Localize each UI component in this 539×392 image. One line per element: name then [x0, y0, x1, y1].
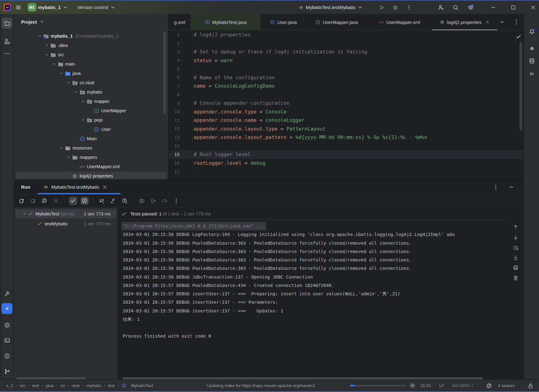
- snapshot-button[interactable]: [138, 197, 146, 205]
- code-editor[interactable]: 1# log4j2.properties23# Set to debug or …: [168, 30, 524, 176]
- chevron-down-icon[interactable]: [44, 52, 50, 58]
- show-ignored-button[interactable]: [81, 197, 89, 205]
- status-message[interactable]: Updating index for https://repo.maven.ap…: [207, 383, 315, 388]
- project-tree-item-src[interactable]: src: [14, 50, 168, 59]
- editor-tab-usermapper-java[interactable]: IUserMapper.java: [306, 14, 367, 30]
- inspections-ok-icon[interactable]: [515, 34, 522, 41]
- project-tree-item-main[interactable]: main: [14, 59, 168, 69]
- tool-more-button[interactable]: [2, 48, 12, 59]
- tool-structure-button[interactable]: [2, 36, 12, 47]
- line-ending-indicator[interactable]: LF: [439, 383, 444, 388]
- project-tree-item-log4j2-properties[interactable]: log4j2.properties: [14, 171, 168, 179]
- breadcrumb-item[interactable]: s_1: [6, 383, 13, 388]
- stop-button[interactable]: [52, 197, 60, 205]
- breadcrumb-item[interactable]: test: [108, 383, 115, 388]
- project-tree-item-mybatis-1[interactable]: mybatis_1D:\mybatis\mybatis_1: [14, 31, 168, 41]
- chevron-down-icon[interactable]: [73, 89, 79, 95]
- collapse-all-button[interactable]: [109, 197, 117, 205]
- editor-tab-mybatistest-java[interactable]: CMybatisTest.java: [191, 14, 260, 30]
- sort-tests-button[interactable]: [98, 197, 106, 205]
- chevron-down-icon[interactable]: [65, 80, 72, 86]
- breadcrumb-item[interactable]: MybatisTest: [131, 383, 153, 388]
- breadcrumb-item[interactable]: java: [46, 383, 54, 388]
- cancel-indexing-icon[interactable]: [409, 382, 416, 389]
- project-tree-item-java[interactable]: java: [14, 69, 168, 78]
- file-lock-icon[interactable]: [527, 383, 534, 389]
- add-user-icon[interactable]: [438, 4, 444, 11]
- project-tree-item-mybatis[interactable]: mybatis: [14, 87, 168, 97]
- profiler-button[interactable]: [161, 197, 169, 205]
- editor-tab-log4j2-properties[interactable]: log4j2.properties: [432, 14, 497, 30]
- tool-problems-button[interactable]: [2, 350, 12, 361]
- soft-wrap-icon[interactable]: [513, 245, 519, 251]
- maven-icon[interactable]: m: [526, 68, 537, 79]
- export-test-results-button[interactable]: [149, 197, 157, 205]
- close-icon[interactable]: [102, 184, 108, 190]
- editor-tab-user-java[interactable]: CUser.java: [260, 14, 306, 30]
- toolbar-more-icon[interactable]: [172, 197, 180, 205]
- database-icon[interactable]: [526, 55, 537, 66]
- maximize-button[interactable]: [510, 4, 516, 11]
- breadcrumb-item[interactable]: test: [32, 383, 39, 388]
- hide-panel-icon[interactable]: [508, 184, 514, 190]
- more-actions-icon[interactable]: [406, 4, 412, 11]
- clear-all-icon[interactable]: [513, 275, 519, 281]
- run-configuration-widget[interactable]: MybatisTest.testMybatis: [298, 1, 363, 14]
- prev-occurrence-icon[interactable]: [513, 224, 519, 230]
- breadcrumb-item[interactable]: mybatis: [87, 383, 101, 388]
- scroll-to-end-icon[interactable]: [513, 255, 519, 261]
- chevron-right-icon[interactable]: [44, 42, 50, 48]
- close-icon[interactable]: [485, 20, 490, 25]
- breadcrumb[interactable]: s_1›src›test›java›cn›niutr›mybatis›test›…: [0, 383, 153, 388]
- notifications-bell-icon[interactable]: [526, 26, 537, 37]
- project-tree-item-cn-niutr[interactable]: cn.niutr: [14, 78, 168, 87]
- tool-build-button[interactable]: [2, 288, 12, 299]
- rerun-button[interactable]: [17, 197, 25, 205]
- search-icon[interactable]: [453, 4, 459, 11]
- chevron-down-icon[interactable]: [65, 154, 72, 160]
- project-tree-item-main[interactable]: CMain: [14, 134, 168, 143]
- project-tree-item-mapper[interactable]: mapper: [14, 97, 168, 106]
- project-tree-item--idea[interactable]: .idea: [14, 41, 168, 50]
- settings-gear-icon[interactable]: [468, 4, 474, 11]
- chevron-down-icon[interactable]: [80, 117, 86, 123]
- project-tree-item-mappers[interactable]: mappers: [14, 153, 168, 162]
- breadcrumb-item[interactable]: cn: [60, 383, 65, 388]
- project-tree-item-pojo[interactable]: pojo: [14, 115, 168, 125]
- chevron-down-icon[interactable]: [58, 145, 65, 151]
- debug-button[interactable]: [392, 4, 398, 11]
- console-output[interactable]: "C:\Program Files\Java\jdk1.8.0_171\bin\…: [118, 222, 508, 341]
- tool-git-button[interactable]: [2, 366, 12, 377]
- project-tree-item-usermapper-xml[interactable]: </>UserMapper.xml: [14, 162, 168, 171]
- project-tree-item-resources[interactable]: resources: [14, 143, 168, 153]
- print-icon[interactable]: [513, 265, 519, 271]
- chevron-down-icon[interactable]: [80, 98, 86, 104]
- project-panel-header[interactable]: Project: [14, 14, 168, 30]
- project-tree-item-user[interactable]: CUser: [14, 125, 168, 134]
- vcs-widget[interactable]: Version control: [77, 4, 116, 11]
- highlighting-level-icon[interactable]: [486, 383, 492, 389]
- hamburger-menu-icon[interactable]: [15, 4, 21, 11]
- tool-run-button[interactable]: [2, 303, 12, 314]
- project-tree-scrollbar[interactable]: [163, 31, 166, 114]
- tab-options-icon[interactable]: [513, 19, 519, 25]
- chevron-down-icon[interactable]: [51, 61, 58, 67]
- hidden-tabs-icon[interactable]: [499, 19, 505, 25]
- chevron-down-icon[interactable]: [21, 211, 28, 217]
- rerun-failed-button[interactable]: [29, 197, 37, 205]
- chevron-down-icon[interactable]: [36, 33, 43, 39]
- project-tree-item-usermapper[interactable]: IUserMapper: [14, 106, 168, 115]
- run-panel-options-icon[interactable]: [493, 184, 499, 190]
- breadcrumb-item[interactable]: src: [20, 383, 25, 388]
- test-tree-item-testMybatis[interactable]: testMybatis1 sec 773 ms: [14, 219, 118, 228]
- editor-tab-usermapper-xml[interactable]: </>UserMapper.xml: [367, 14, 432, 30]
- tool-project-button[interactable]: [2, 18, 12, 29]
- encoding-indicator[interactable]: ISO-8859-1: [452, 383, 473, 388]
- test-tree-item-MybatisTest[interactable]: MybatisTest(cn.niu1 sec 773 ms: [14, 209, 118, 219]
- chevron-down-icon[interactable]: [58, 70, 65, 76]
- breadcrumb-item[interactable]: niutr: [72, 383, 80, 388]
- run-tab[interactable]: MybatisTest.testMybatis: [43, 180, 108, 194]
- toggle-auto-test-button[interactable]: [40, 197, 48, 205]
- editor-tab-g-xml[interactable]: g.xml: [168, 14, 191, 30]
- editor-scrollbar[interactable]: [519, 42, 522, 131]
